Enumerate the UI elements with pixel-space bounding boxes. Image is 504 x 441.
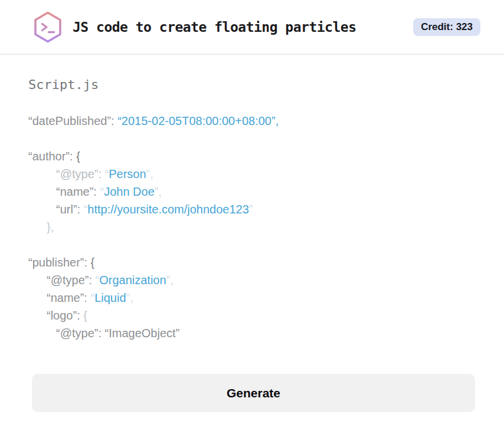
code-line: “publisher”: {	[28, 254, 476, 271]
credit-badge: Credit: 323	[413, 18, 480, 36]
code-line: “logo”: {	[28, 307, 476, 324]
code-segment: ”,	[146, 167, 153, 180]
code-segment: “@type”: “ImageObject”	[56, 327, 179, 340]
code-segment: “datePublished”:	[28, 114, 117, 127]
code-segment: Person	[109, 167, 146, 180]
code-line: “datePublished”: “2015-02-05T08:00:00+08…	[28, 112, 476, 130]
code-segment: John Doe	[104, 185, 155, 198]
code-segment: “logo”:	[47, 309, 83, 322]
code-line: “@type”: “Organization”,	[28, 271, 476, 289]
code-segment: {	[91, 256, 95, 269]
code-segment: http://yoursite.com/johndoe123	[87, 203, 249, 216]
code-segment: ”	[249, 203, 253, 216]
code-segment: “url”:	[56, 203, 84, 216]
code-segment: “name”:	[56, 185, 100, 198]
code-line: “@type”: “ImageObject”	[28, 324, 476, 342]
code-line: },	[28, 218, 476, 236]
code-segment: “2015-02-05T08:00:00+08:00”,	[117, 114, 279, 127]
code-segment: ”,	[126, 291, 133, 304]
code-line: “name”: “Liquid”,	[28, 289, 476, 307]
code-segment: },	[47, 220, 54, 233]
code-segment: ”,	[155, 185, 162, 198]
code-segment: Liquid	[94, 291, 126, 304]
code-block: “datePublished”: “2015-02-05T08:00:00+08…	[28, 112, 476, 342]
terminal-hexagon-icon	[32, 11, 63, 44]
code-segment: “publisher”:	[28, 256, 91, 269]
code-segment: {	[83, 309, 87, 322]
code-segment: “name”:	[47, 291, 90, 304]
file-title: Script.js	[28, 77, 476, 92]
app-window: JS code to create floating particles Cre…	[0, 0, 504, 441]
code-line: “@type”: “Person”,	[28, 165, 476, 183]
code-segment: Organization	[99, 274, 166, 287]
code-segment: {	[76, 150, 80, 163]
header-bar: JS code to create floating particles Cre…	[0, 0, 504, 55]
code-line: “url”: “http://yoursite.com/johndoe123”	[28, 200, 476, 218]
code-segment: “author”:	[28, 150, 76, 163]
generate-button[interactable]: Generate	[32, 374, 475, 412]
code-line	[28, 236, 476, 254]
code-segment: “@type”:	[47, 274, 96, 287]
code-line: “author”: {	[28, 147, 476, 165]
code-line	[28, 130, 476, 147]
code-segment: ”,	[166, 274, 174, 287]
page-title: JS code to create floating particles	[73, 19, 356, 35]
code-segment: “@type”:	[56, 167, 105, 180]
code-line: “name”: “John Doe”,	[28, 183, 476, 200]
main-content: Script.js “datePublished”: “2015-02-05T0…	[0, 55, 504, 412]
